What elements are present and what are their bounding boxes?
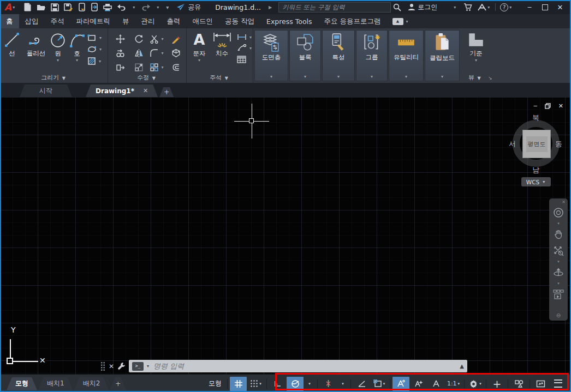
autocad-logo-icon[interactable]: A <box>4 2 11 13</box>
rectangle-caret-icon[interactable]: ▾ <box>99 35 102 40</box>
ribbon-tab-featured-apps[interactable]: 주요 응용프로그램 <box>318 14 387 28</box>
panel-modify-title[interactable]: 수정 ▼ <box>108 74 186 82</box>
new-file-button[interactable] <box>23 3 32 11</box>
fillet-caret-icon[interactable]: ▾ <box>161 51 163 56</box>
command-input-bar[interactable]: >_ ▾ ▲ <box>129 360 467 372</box>
minimize-button[interactable]: ─ <box>522 1 537 13</box>
ribbon-tab-express-tools[interactable]: Express Tools <box>260 14 318 28</box>
layout-tab-layout2[interactable]: 배치2 <box>74 377 109 390</box>
ribbon-tab-addins[interactable]: 애드인 <box>187 14 219 28</box>
ribbon-tab-insert[interactable]: 삽입 <box>19 14 45 28</box>
viewcube-face[interactable]: 평면도 <box>522 130 551 158</box>
save-button[interactable] <box>51 3 59 11</box>
app-menu-caret-icon[interactable]: ▾ <box>13 5 15 10</box>
wcs-dropdown[interactable]: WCS ▾ <box>521 177 551 186</box>
dimension-button[interactable]: 치수 <box>209 32 235 58</box>
command-input[interactable] <box>152 361 456 371</box>
object-snap-caret-icon[interactable]: ▾ <box>383 382 385 386</box>
utilities-panel-button[interactable]: 유틸리티 ▾ <box>389 30 424 81</box>
navigation-wheel-button[interactable] <box>553 204 564 221</box>
panel-view-launcher-icon[interactable]: ↘ <box>488 75 492 81</box>
ribbon-tab-collaborate[interactable]: 공동 작업 <box>219 14 260 28</box>
grid-toggle[interactable] <box>230 377 247 391</box>
array-caret-icon[interactable]: ▾ <box>161 65 163 70</box>
app-store-cart-icon[interactable] <box>463 3 472 11</box>
polar-tracking-toggle[interactable] <box>287 377 304 391</box>
autodesk-logo-icon[interactable] <box>478 4 486 11</box>
ortho-toggle[interactable] <box>269 377 286 391</box>
circle-flyout-caret-icon[interactable]: ▾ <box>57 58 59 63</box>
command-prompt-caret-icon[interactable]: ▾ <box>147 364 149 369</box>
redo-caret-icon[interactable]: ▾ <box>157 5 159 10</box>
snap-caret-icon[interactable]: ▾ <box>259 382 261 386</box>
object-snap-toggle[interactable]: ▾ <box>371 377 388 391</box>
new-drawing-tab-button[interactable]: + <box>159 87 174 97</box>
search-input[interactable] <box>281 3 388 11</box>
wheel-caret-icon[interactable]: ▾ <box>557 221 560 226</box>
command-line-palette[interactable]: ✕ >_ ▾ ▲ <box>100 359 467 373</box>
clipboard-panel-button[interactable]: 클립보드 ▾ <box>425 30 460 81</box>
help-button[interactable]: ? <box>500 3 508 11</box>
orbit-button[interactable] <box>553 264 564 281</box>
groups-panel-button[interactable]: 그룹 ▾ <box>356 30 388 81</box>
arc-flyout-caret-icon[interactable]: ▾ <box>76 58 78 63</box>
drawing-restore-button[interactable] <box>545 103 551 109</box>
viewcube-east-label[interactable]: 동 <box>555 139 562 149</box>
orbit-caret-icon[interactable]: ▾ <box>557 281 560 286</box>
linear-dimension-button[interactable]: ▾ <box>237 34 253 40</box>
open-file-button[interactable] <box>37 3 46 11</box>
properties-panel-button[interactable]: 특성 ▾ <box>322 30 355 81</box>
array-button[interactable]: ▾ <box>148 60 166 74</box>
dynamic-input-toggle[interactable] <box>353 377 370 391</box>
erase-button[interactable] <box>166 32 185 46</box>
snap-toggle[interactable]: ▾ <box>247 377 264 391</box>
move-button[interactable] <box>111 32 129 46</box>
qat-customize-icon[interactable]: ▾ <box>166 4 169 10</box>
command-line-grip[interactable] <box>100 361 105 371</box>
leader-button[interactable]: ▾ <box>237 44 253 52</box>
copy-button[interactable] <box>111 46 129 60</box>
isolate-objects-button[interactable] <box>510 377 527 391</box>
polar-caret-button[interactable]: ▾ <box>304 377 315 391</box>
search-icon[interactable] <box>393 3 401 11</box>
ellipse-button[interactable]: ▾ <box>87 46 103 53</box>
panel-draw-title[interactable]: 그리기 ▼ <box>0 74 108 82</box>
explode-button[interactable] <box>166 46 185 60</box>
zoom-caret-icon[interactable]: ▾ <box>557 259 560 264</box>
ribbon-collapse-button[interactable]: ▲ ▾ <box>392 14 409 28</box>
zoom-extents-button[interactable] <box>553 243 564 259</box>
clean-screen-button[interactable] <box>532 377 549 391</box>
login-button[interactable]: 로그인 ▾ <box>408 3 457 12</box>
file-tab-start[interactable]: 시작 <box>20 85 72 97</box>
base-view-button[interactable]: 기준 ▾ <box>461 32 491 63</box>
maximize-button[interactable] <box>537 1 552 13</box>
command-line-customize-wrench-icon[interactable] <box>117 362 126 370</box>
crosshair-tools-button[interactable]: + <box>489 377 505 391</box>
trim-caret-icon[interactable]: ▾ <box>161 37 163 41</box>
redo-button[interactable] <box>141 4 151 11</box>
plot-button[interactable] <box>103 3 112 11</box>
mirror-button[interactable] <box>129 46 148 60</box>
hatch-caret-icon[interactable]: ▾ <box>99 59 101 64</box>
annotation-scale-button[interactable] <box>427 377 444 391</box>
text-button[interactable]: A 문자 ▾ <box>189 32 209 63</box>
help-search-box[interactable] <box>278 2 391 13</box>
polyline-button[interactable]: 폴리선 <box>24 32 48 58</box>
rectangle-button[interactable]: ▾ <box>87 34 103 42</box>
drawing-canvas[interactable]: ─ ✕ 평면도 북 남 서 동 WCS ▾ ✕ ▾ ▾ ▾ ⊖ <box>0 97 571 374</box>
command-line-close-icon[interactable]: ✕ <box>109 363 114 370</box>
scale-dropdown[interactable]: 1:1 ▾ <box>445 377 462 391</box>
autodesk-caret-icon[interactable]: ▾ <box>487 5 490 10</box>
osnap-tracking-caret-button[interactable]: ▾ <box>337 377 348 391</box>
panel-annotation-title[interactable]: 주석 ▼ <box>186 74 253 82</box>
workspace-caret-icon[interactable]: ▾ <box>479 382 481 386</box>
annotation-autoscale-toggle[interactable] <box>410 377 427 391</box>
offset-button[interactable] <box>166 60 185 74</box>
layout-tab-layout1[interactable]: 배치1 <box>38 377 73 390</box>
linear-dimension-caret-icon[interactable]: ▾ <box>249 35 252 40</box>
rotate-button[interactable] <box>129 32 148 46</box>
share-button[interactable]: 공유 <box>176 3 201 12</box>
ellipse-caret-icon[interactable]: ▾ <box>99 47 102 52</box>
save-to-mobile-button[interactable] <box>91 3 98 11</box>
status-customize-button[interactable] <box>550 377 567 391</box>
